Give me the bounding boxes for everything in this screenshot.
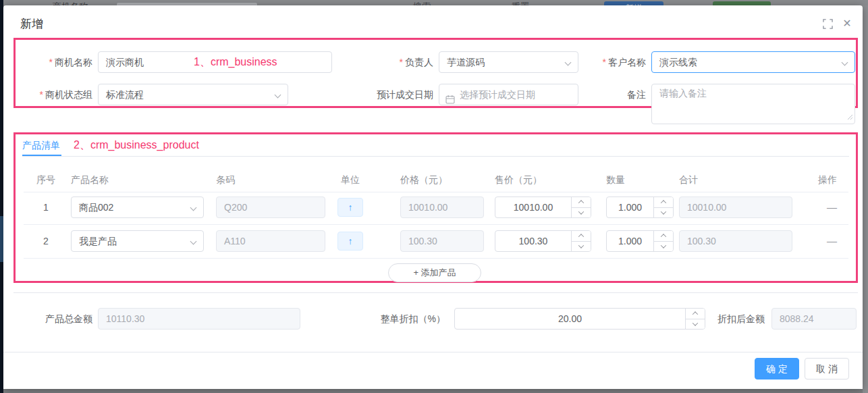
arrow-up-icon: ↑ [348,202,353,213]
total-amount-label: 产品总金额 [10,308,92,330]
dialog-title: 新增 [20,16,43,32]
add-product-button[interactable]: + 添加产品 [388,263,481,282]
fullscreen-icon[interactable] [821,19,834,31]
cancel-button[interactable]: 取 消 [805,358,849,379]
required-asterisk: * [400,57,403,68]
customer-select[interactable]: 演示线索 [651,51,855,73]
status-group-select[interactable]: 标准流程 [98,84,288,105]
stepper-controls [571,197,591,217]
resize-handle-icon[interactable] [847,111,853,122]
annotation-text-form: 1、crm_business [194,55,277,70]
tab-product-list[interactable]: 产品清单 [22,140,60,152]
footer-divider [3,352,863,352]
background-reset-button[interactable]: 重置 [512,1,529,5]
close-icon[interactable]: ✕ [841,18,853,30]
deal-date-label: 预计成交日期 [349,84,433,105]
row-index: 1 [34,196,58,218]
screen: 商机名称 搜索 重置 新增 新增 ✕ 1、crm_business *商机名称 … [0,0,868,393]
owner-select[interactable]: 芋道源码 [439,51,578,73]
col-header-total: 合计 [679,173,698,186]
sale-price-stepper[interactable]: 10010.00 [495,196,591,218]
price-input: 10010.00 [400,196,484,218]
stepper-controls [653,197,673,217]
increase-button[interactable] [654,197,673,207]
remark-textarea[interactable]: 请输入备注 [651,84,855,124]
row-action-dash: — [803,230,837,252]
col-header-action: 操作 [803,173,837,186]
increase-button[interactable] [686,309,705,319]
total-amount-input: 10110.30 [98,308,300,330]
product-select[interactable]: 我是产品 [71,230,204,252]
discount-stepper[interactable]: 20.00 [454,308,705,330]
tabbar-divider [22,156,849,157]
barcode-input: A110 [216,230,325,252]
confirm-button[interactable]: 确 定 [755,358,799,379]
unit-tag: ↑ [337,198,363,217]
product-select[interactable]: 商品002 [71,196,204,218]
stepper-controls [653,231,673,251]
required-asterisk: * [603,57,606,68]
stepper-controls [685,309,705,329]
decrease-button[interactable] [654,207,673,218]
total-input: 100.30 [679,230,792,252]
col-header-quantity: 数量 [606,173,625,186]
increase-button[interactable] [572,197,591,207]
total-input: 10010.00 [679,196,792,218]
annotation-text-products: 2、crm_business_product [74,138,199,153]
discount-label: 整单折扣（%） [344,308,445,330]
quantity-stepper[interactable]: 1.000 [606,230,674,252]
stepper-controls [571,231,591,251]
col-header-sale-price: 售价（元） [495,173,542,186]
arrow-up-icon: ↑ [348,236,353,246]
deal-date-picker[interactable]: 选择预计成交日期 [439,84,578,105]
background-toolbar-strip: 商机名称 搜索 重置 新增 [0,0,868,5]
unit-tag: ↑ [337,232,363,251]
table-divider [24,192,848,192]
section-divider [13,292,858,293]
row-action-dash: — [803,196,837,218]
barcode-input: Q200 [216,196,325,218]
col-header-barcode: 条码 [216,173,235,186]
col-header-price: 价格（元） [400,173,447,186]
price-input: 100.30 [400,230,484,252]
chevron-down-icon [190,238,197,245]
background-page-edge-right [863,5,868,393]
add-business-dialog: 新增 ✕ 1、crm_business *商机名称 演示商机 *负责人 芋道源码… [3,5,863,389]
col-header-unit: 单位 [335,173,365,186]
decrease-button[interactable] [572,207,591,218]
decrease-button[interactable] [686,319,705,330]
increase-button[interactable] [572,231,591,241]
chevron-down-icon [842,59,848,66]
decrease-button[interactable] [654,241,673,252]
business-name-label: *商机名称 [10,51,92,73]
col-header-index: 序号 [34,173,58,186]
table-divider [24,224,848,225]
customer-label: *客户名称 [558,51,646,73]
chevron-down-icon [190,205,197,211]
col-header-name: 产品名称 [71,173,109,186]
chevron-down-icon [275,92,281,99]
decrease-button[interactable] [572,241,591,252]
quantity-stepper[interactable]: 1.000 [606,196,674,218]
owner-label: *负责人 [349,51,433,73]
row-index: 2 [34,230,58,252]
background-page-edge-bottom [3,389,863,393]
background-search-button[interactable]: 搜索 [413,1,431,5]
increase-button[interactable] [654,231,673,241]
discounted-amount-label: 折扣后金额 [711,308,765,330]
remark-label: 备注 [558,84,646,105]
discounted-amount-input: 8088.24 [771,308,857,330]
background-filter-label: 商机名称 [53,1,88,5]
required-asterisk: * [40,89,43,100]
required-asterisk: * [49,57,53,68]
sale-price-stepper[interactable]: 100.30 [495,230,591,252]
table-divider [24,258,848,259]
calendar-icon [445,90,455,105]
status-group-label: *商机状态组 [10,84,92,105]
